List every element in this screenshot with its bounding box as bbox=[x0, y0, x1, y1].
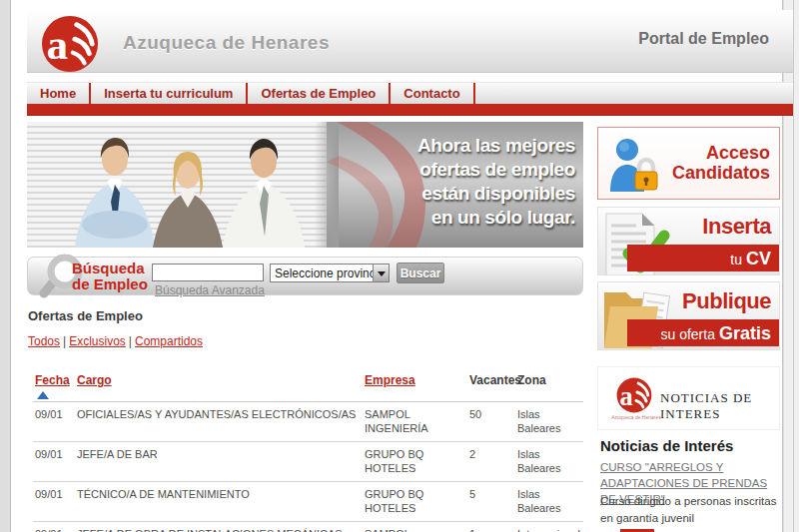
filter-exclusivos[interactable]: Exclusivos bbox=[69, 334, 126, 348]
cell-empresa: SAMPOL INGENIERÍA bbox=[363, 522, 467, 532]
noticias-interes-label: NOTICIAS DE INTERES bbox=[660, 390, 779, 422]
table-row[interactable]: 09/01 TÉCNICO/A DE MANTENIMIENTO GRUPO B… bbox=[33, 482, 583, 522]
column-header-zona: Zona bbox=[515, 371, 583, 402]
candidate-lock-icon bbox=[606, 136, 662, 194]
right-gutter bbox=[784, 0, 799, 532]
cell-vacantes: 5 bbox=[467, 482, 515, 522]
page: a Azuqueca de Henares Portal de Empleo H… bbox=[0, 0, 799, 532]
banner-headline: Ahora las mejores ofertas de empleo está… bbox=[417, 134, 575, 230]
sort-asc-icon bbox=[37, 391, 49, 399]
job-search-bar: Búsqueda de Empleo Seleccione provincia … bbox=[27, 257, 583, 295]
cell-vacantes: 1 bbox=[467, 522, 515, 532]
search-title: Búsqueda de Empleo bbox=[72, 261, 148, 292]
offers-table: Fecha Cargo Empresa Vacantes Zona 09/01 … bbox=[33, 371, 583, 532]
nav-red-bar bbox=[27, 104, 793, 116]
cell-cargo[interactable]: JEFE/A DE OBRA DE INSTALACIONES MECÁNICA… bbox=[75, 522, 363, 532]
column-header-vacantes: Vacantes bbox=[467, 371, 515, 402]
keyword-input[interactable] bbox=[152, 264, 264, 281]
filter-separator: | bbox=[60, 334, 69, 348]
cell-vacantes: 50 bbox=[467, 402, 515, 442]
portal-title: Portal de Empleo bbox=[638, 30, 769, 48]
cell-fecha: 09/01 bbox=[33, 442, 75, 482]
cell-cargo[interactable]: OFICIALES/AS Y AYUDANTES/AS ELECTRÓNICOS… bbox=[75, 402, 363, 442]
publique-oferta-button[interactable]: Publique su ofertaGratis bbox=[597, 281, 780, 350]
offers-section-title: Ofertas de Empleo bbox=[28, 308, 143, 323]
table-row[interactable]: 09/01 OFICIALES/AS Y AYUDANTES/AS ELECTR… bbox=[33, 402, 583, 442]
cell-fecha: 09/01 bbox=[33, 522, 75, 532]
nav-tab-home[interactable]: Home bbox=[27, 83, 91, 105]
main-nav: Home Inserta tu curriculum Ofertas de Em… bbox=[27, 82, 793, 104]
table-header-row: Fecha Cargo Empresa Vacantes Zona bbox=[33, 371, 583, 402]
right-divider bbox=[793, 0, 794, 532]
nav-tab-contacto[interactable]: Contacto bbox=[391, 83, 474, 105]
svg-text:a: a bbox=[47, 21, 68, 68]
cell-zona: Islas Baleares bbox=[515, 442, 583, 482]
cell-zona: Internacional bbox=[515, 522, 583, 532]
cell-empresa: GRUPO BQ HOTELES bbox=[363, 482, 467, 522]
cell-fecha: 09/01 bbox=[33, 402, 75, 442]
news-section-heading: Noticias de Interés bbox=[600, 437, 733, 454]
svg-text:a: a bbox=[620, 381, 633, 411]
publique-band: su ofertaGratis bbox=[627, 319, 779, 346]
cell-empresa: GRUPO BQ HOTELES bbox=[363, 442, 467, 482]
cell-zona: Islas Baleares bbox=[515, 482, 583, 522]
chevron-down-icon bbox=[378, 271, 386, 276]
province-selected-value: Seleccione provincia bbox=[275, 266, 385, 280]
filter-todos[interactable]: Todos bbox=[28, 334, 60, 348]
cell-zona: Islas Baleares bbox=[515, 402, 583, 442]
acceso-candidatos-label: Acceso Candidatos bbox=[672, 143, 770, 183]
news-logo-icon: a bbox=[616, 377, 652, 413]
column-header-cargo[interactable]: Cargo bbox=[77, 373, 112, 387]
inserta-band: tuCV bbox=[627, 245, 779, 271]
advanced-search-link[interactable]: Búsqueda Avanzada bbox=[155, 283, 265, 297]
nav-tab-ofertas[interactable]: Ofertas de Empleo bbox=[248, 83, 391, 105]
offers-filters: Todos|Exclusivos|Compartidos bbox=[28, 334, 203, 348]
cell-vacantes: 2 bbox=[467, 442, 515, 482]
inserta-cv-button[interactable]: Inserta tuCV bbox=[597, 207, 780, 275]
noticias-interes-banner[interactable]: a Azuqueca de Henares NOTICIAS DE INTERE… bbox=[597, 366, 780, 430]
cell-cargo[interactable]: TÉCNICO/A DE MANTENIMIENTO bbox=[75, 482, 363, 522]
people-photo bbox=[27, 122, 339, 248]
table-row[interactable]: 09/01 JEFE/A DE OBRA DE INSTALACIONES ME… bbox=[33, 522, 583, 532]
column-header-empresa[interactable]: Empresa bbox=[365, 373, 415, 387]
select-dropdown-button[interactable] bbox=[373, 265, 389, 281]
site-name: Azuqueca de Henares bbox=[123, 32, 330, 54]
hero-banner: Ahora las mejores ofertas de empleo está… bbox=[27, 122, 583, 248]
inserta-label: Inserta bbox=[702, 214, 771, 240]
column-header-fecha[interactable]: Fecha bbox=[35, 373, 70, 387]
cell-fecha: 09/01 bbox=[33, 482, 75, 522]
cell-cargo[interactable]: JEFE/A DE BAR bbox=[75, 442, 363, 482]
cell-empresa: SAMPOL INGENIERÍA bbox=[363, 402, 467, 442]
publique-label: Publique bbox=[682, 288, 771, 314]
filter-separator: | bbox=[126, 334, 135, 348]
province-select[interactable]: Seleccione provincia bbox=[270, 264, 390, 282]
filter-compartidos[interactable]: Compartidos bbox=[135, 334, 203, 348]
header: a Azuqueca de Henares Portal de Empleo bbox=[27, 10, 793, 73]
page-container: a Azuqueca de Henares Portal de Empleo H… bbox=[10, 0, 783, 532]
news-article-summary: Curso dirigido a personas inscritas en g… bbox=[600, 493, 780, 527]
site-logo-icon[interactable]: a bbox=[41, 15, 99, 73]
table-row[interactable]: 09/01 JEFE/A DE BAR GRUPO BQ HOTELES 2 I… bbox=[33, 442, 583, 482]
nav-tab-inserta-curriculum[interactable]: Inserta tu curriculum bbox=[91, 83, 248, 105]
news-logo-caption: Azuqueca de Henares bbox=[608, 414, 664, 420]
search-button[interactable]: Buscar bbox=[397, 263, 444, 283]
acceso-candidatos-button[interactable]: Acceso Candidatos bbox=[597, 127, 780, 200]
